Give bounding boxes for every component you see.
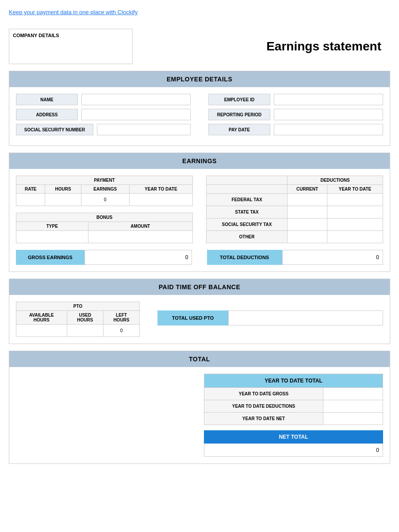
payment-rate-header: RATE	[16, 185, 45, 194]
deductions-ytd-header: YEAR TO DATE	[327, 185, 383, 194]
address-label: ADDRESS	[16, 109, 78, 120]
reporting-period-label: REPORTING PERIOD	[208, 109, 270, 120]
address-input[interactable]	[81, 109, 191, 120]
company-details-box: COMPANY DETAILS	[9, 29, 133, 64]
ytd-net-row: YEAR TO DATE NET	[204, 413, 383, 425]
ytd-gross-value	[323, 388, 383, 400]
social-security-label: SOCIAL SECURITY TAX	[207, 218, 288, 231]
federal-tax-ytd	[327, 194, 383, 206]
ytd-deductions-label: YEAR TO DATE DEDUCTIONS	[204, 400, 323, 413]
reporting-period-input[interactable]	[274, 109, 383, 120]
name-label: NAME	[16, 94, 78, 105]
total-header: TOTAL	[9, 351, 390, 367]
pay-date-row: PAY DATE	[208, 124, 383, 135]
ytd-net-value	[323, 413, 383, 425]
bonus-type-cell	[16, 231, 88, 243]
state-tax-label: STATE TAX	[207, 206, 288, 218]
total-used-pto-label: TOTAL USED PTO	[157, 310, 228, 325]
net-total-section: NET TOTAL 0	[204, 430, 383, 457]
total-deductions-row: TOTAL DEDUCTIONS 0	[207, 250, 383, 265]
total-deductions-label: TOTAL DEDUCTIONS	[207, 250, 282, 265]
bonus-table-wrap: BONUS TYPE AMOUNT	[16, 213, 193, 243]
earnings-left: PAYMENT RATE HOURS EARNINGS YEAR TO DATE…	[16, 176, 193, 243]
bonus-table: BONUS TYPE AMOUNT	[16, 213, 193, 243]
deductions-item-header	[207, 185, 288, 194]
ytd-gross-row: YEAR TO DATE GROSS	[204, 388, 383, 400]
page-title: Earnings statement	[266, 39, 390, 54]
employee-left-col: NAME ADDRESS SOCIAL SECURITY NUMBER	[16, 94, 191, 139]
employee-right-col: EMPLOYEE ID REPORTING PERIOD PAY DATE	[208, 94, 383, 139]
pto-table: PTO AVAILABLEHOURS USEDHOURS LEFTHOURS 0	[16, 302, 140, 337]
employee-details-header: EMPLOYEE DETAILS	[9, 71, 390, 87]
payment-earnings-cell: 0	[81, 194, 129, 206]
payment-ytd-header: YEAR TO DATE	[129, 185, 192, 194]
gross-earnings-label: GROSS EARNINGS	[16, 250, 84, 265]
company-details-label: COMPANY DETAILS	[13, 33, 59, 38]
federal-tax-label: FEDERAL TAX	[207, 194, 288, 206]
gross-earnings-value: 0	[84, 250, 192, 265]
social-security-ytd	[327, 218, 383, 231]
bonus-table-header: BONUS	[16, 213, 193, 222]
federal-tax-row: FEDERAL TAX	[207, 194, 383, 206]
earnings-right: DEDUCTIONS CURRENT YEAR TO DATE FEDERAL …	[202, 176, 383, 243]
pay-date-label: PAY DATE	[208, 124, 270, 135]
employee-id-label: EMPLOYEE ID	[208, 94, 270, 105]
clockify-link[interactable]: Keep your payment data in one place with…	[9, 9, 138, 15]
other-label: OTHER	[207, 231, 288, 243]
name-input[interactable]	[81, 94, 191, 105]
available-hours-header: AVAILABLEHOURS	[16, 311, 67, 325]
ssn-input[interactable]	[97, 124, 191, 135]
pto-table-header: PTO	[16, 302, 140, 311]
reporting-period-row: REPORTING PERIOD	[208, 109, 383, 120]
payment-hours-cell	[45, 194, 81, 206]
ytd-table: YEAR TO DATE TOTAL YEAR TO DATE GROSS YE…	[204, 374, 383, 425]
ytd-deductions-row: YEAR TO DATE DEDUCTIONS	[204, 400, 383, 413]
pto-section: PAID TIME OFF BALANCE PTO AVAILABLEHOURS…	[9, 279, 390, 344]
pto-right: TOTAL USED PTO	[157, 310, 383, 325]
bonus-row	[16, 231, 193, 243]
state-tax-row: STATE TAX	[207, 206, 383, 218]
payment-rate-cell	[16, 194, 45, 206]
address-row: ADDRESS	[16, 109, 191, 120]
deductions-table-header: DEDUCTIONS	[288, 176, 383, 185]
bonus-amount-header: AMOUNT	[88, 222, 192, 231]
net-total-label: NET TOTAL	[204, 430, 383, 444]
ytd-gross-label: YEAR TO DATE GROSS	[204, 388, 323, 400]
payment-row: 0	[16, 194, 193, 206]
deductions-table: DEDUCTIONS CURRENT YEAR TO DATE FEDERAL …	[206, 176, 383, 243]
other-current	[288, 231, 327, 243]
used-hours-cell	[67, 325, 103, 337]
bottom-earnings: GROSS EARNINGS 0 TOTAL DEDUCTIONS 0	[9, 250, 390, 272]
ssn-row: SOCIAL SECURITY NUMBER	[16, 124, 191, 135]
earnings-header: EARNINGS	[9, 153, 390, 169]
pto-left: PTO AVAILABLEHOURS USEDHOURS LEFTHOURS 0	[16, 302, 140, 337]
bonus-amount-cell	[88, 231, 192, 243]
net-total-value: 0	[204, 444, 383, 457]
pto-header: PAID TIME OFF BALANCE	[9, 279, 390, 295]
social-security-current	[288, 218, 327, 231]
ytd-total-header: YEAR TO DATE TOTAL	[204, 374, 383, 388]
payment-earnings-header: EARNINGS	[81, 185, 129, 194]
ytd-net-label: YEAR TO DATE NET	[204, 413, 323, 425]
ssn-label: SOCIAL SECURITY NUMBER	[16, 124, 93, 135]
available-hours-cell	[16, 325, 67, 337]
bonus-type-header: TYPE	[16, 222, 88, 231]
payment-ytd-cell	[129, 194, 192, 206]
social-security-row: SOCIAL SECURITY TAX	[207, 218, 383, 231]
earnings-section: EARNINGS PAYMENT RATE HOURS EARNINGS YEA…	[9, 153, 390, 272]
total-right: YEAR TO DATE TOTAL YEAR TO DATE GROSS YE…	[204, 374, 383, 457]
payment-table-header: PAYMENT	[16, 176, 193, 185]
used-hours-header: USEDHOURS	[67, 311, 103, 325]
other-ytd	[327, 231, 383, 243]
employee-id-row: EMPLOYEE ID	[208, 94, 383, 105]
name-row: NAME	[16, 94, 191, 105]
other-deductions-row: OTHER	[207, 231, 383, 243]
pto-row: 0	[16, 325, 140, 337]
employee-id-input[interactable]	[274, 94, 383, 105]
ytd-deductions-value	[323, 400, 383, 413]
gross-earnings-row: GROSS EARNINGS 0	[16, 250, 192, 265]
pay-date-input[interactable]	[274, 124, 383, 135]
left-hours-cell: 0	[103, 325, 139, 337]
total-section: TOTAL YEAR TO DATE TOTAL YEAR TO DATE GR…	[9, 351, 390, 464]
deductions-current-header: CURRENT	[288, 185, 327, 194]
